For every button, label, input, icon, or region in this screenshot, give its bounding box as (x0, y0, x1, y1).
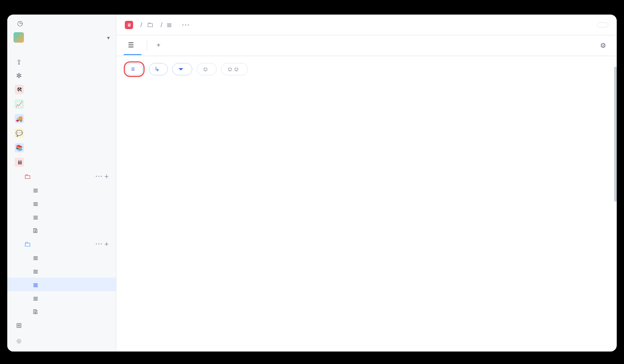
nav-doc-meeting-notes[interactable]: 🗎 (7, 305, 116, 318)
nav-space-crm[interactable]: 💬 (7, 126, 116, 140)
breadcrumb-sep: / (161, 21, 163, 29)
list-icon: ≣ (31, 253, 40, 262)
nav-folder-vto[interactable]: 🗀⋯+ (7, 170, 116, 183)
breadcrumb-folder[interactable]: 🗀 (147, 21, 157, 29)
clock-icon: ◷ (16, 19, 24, 27)
space-icon: 📈 (15, 99, 24, 109)
doc-icon: 🗎 (31, 226, 40, 235)
gear-icon: ⚙ (600, 42, 606, 49)
nav-doc-vision[interactable]: 🗎 (7, 224, 116, 237)
list-icon: ≣ (31, 280, 40, 289)
folder-icon: 🗀 (147, 21, 153, 29)
tab-separator (147, 41, 147, 51)
nav-item-more[interactable]: ◷ (7, 17, 116, 29)
highlight-group-pill: ≡ (124, 61, 145, 77)
breadcrumb-space[interactable]: 🖥 (125, 21, 136, 29)
sparkle-icon: ✻ (15, 71, 23, 80)
nav-list-team-rocks[interactable]: ≣ (7, 264, 116, 278)
list-icon: ≣ (31, 294, 40, 302)
workspace-switcher[interactable]: ▾ (7, 29, 116, 48)
space-icon: 💬 (15, 128, 24, 138)
add-view-button[interactable]: + (152, 36, 168, 55)
sidebar: ◷ ▾ ⇪ ✻ 🛠 📈 🚚 💬 📚 🖥 🗀⋯+ ≣ ≣ ≣ 🗎 🗀⋯+ ≣ ≣ … (7, 15, 116, 352)
filter-pill[interactable]: ⏷ (172, 63, 192, 75)
share-icon: ⇪ (15, 58, 23, 66)
space-icon: 🛠 (15, 85, 24, 94)
breadcrumb: 🖥 / 🗀 / ≣ ⋯ (116, 15, 617, 35)
nav-space-delivery[interactable]: 🚚 (7, 111, 116, 126)
tab-issues-by-priority[interactable]: ☰ (124, 36, 141, 55)
list-icon: ☰ (128, 41, 134, 49)
nav-list-all-rocks[interactable]: ≣ (7, 197, 116, 210)
list-icon: ≣ (31, 199, 40, 207)
grid-icon: ⊞ (15, 321, 23, 329)
customize-button[interactable]: ⚙ (600, 42, 609, 49)
subtasks-pill[interactable]: ↳ (149, 63, 168, 75)
plus-icon[interactable]: + (105, 240, 109, 248)
more-icon[interactable]: ⋯ (95, 172, 102, 180)
link-icon: ↳ (154, 66, 160, 73)
breadcrumb-more-icon[interactable]: ⋯ (181, 20, 190, 30)
nav-list-long-term[interactable]: ≣ (7, 183, 116, 197)
table-area (116, 82, 617, 352)
nav-space-eos[interactable]: 🖥 (7, 155, 116, 170)
person-plus-icon: ⊕ (15, 336, 23, 345)
stack-icon: ≡ (131, 66, 135, 73)
nav-folder-team-l10[interactable]: 🗀⋯+ (7, 237, 116, 251)
space-badge-icon: 🖥 (125, 21, 133, 29)
main-content: 🖥 / 🗀 / ≣ ⋯ ☰ + ⚙ ≡ ↳ ⏷ ☺ ☺☺ (116, 15, 617, 352)
space-icon: 🖥 (15, 158, 24, 167)
list-icon: ≣ (31, 267, 40, 275)
group-by-pill[interactable]: ≡ (125, 63, 143, 75)
plus-icon: + (157, 41, 161, 49)
person-icon: ☺ (202, 66, 209, 73)
nav-space-process[interactable]: 📚 (7, 140, 116, 155)
toolbar: ≡ ↳ ⏷ ☺ ☺☺ (116, 56, 617, 82)
breadcrumb-sep: / (140, 21, 142, 29)
nav-list-scorecard[interactable]: ≣ (7, 291, 116, 305)
nav-everything[interactable]: ✻ (7, 69, 116, 82)
space-icon: 📚 (15, 143, 24, 152)
plus-icon[interactable]: + (105, 172, 109, 180)
section-label-spaces (7, 48, 116, 55)
nav-space-operations[interactable]: 🛠 (7, 82, 116, 97)
people-icon: ☺☺ (227, 66, 240, 73)
nav-invite-members[interactable]: ⊕ (7, 334, 116, 347)
nav-shared-with-me[interactable]: ⇪ (7, 55, 116, 69)
folder-icon: 🗀 (23, 240, 31, 248)
view-tabs: ☰ + ⚙ (116, 35, 617, 56)
filter-icon: ⏷ (178, 66, 184, 73)
me-mode-pill[interactable]: ☺ (197, 63, 217, 75)
list-icon: ≣ (31, 213, 40, 221)
list-icon: ≣ (31, 186, 40, 194)
workspace-icon (14, 32, 24, 43)
nav-list-accountability[interactable]: ≣ (7, 210, 116, 224)
space-icon: 🚚 (15, 114, 24, 123)
doc-icon: 🗎 (31, 307, 40, 316)
share-button[interactable] (597, 22, 608, 28)
more-icon[interactable]: ⋯ (95, 240, 102, 248)
breadcrumb-list[interactable]: ≣ (166, 21, 175, 29)
folder-icon: 🗀 (23, 172, 31, 180)
assignees-pill[interactable]: ☺☺ (221, 63, 248, 75)
list-icon: ≣ (166, 21, 172, 29)
chevron-down-icon: ▾ (107, 35, 110, 41)
nav-all-spaces[interactable]: ⊞ (7, 318, 116, 332)
nav-list-team-issues[interactable]: ≣ (7, 278, 116, 291)
nav-list-l10-meeting[interactable]: ≣ (7, 251, 116, 264)
nav-space-growth[interactable]: 📈 (7, 97, 116, 111)
